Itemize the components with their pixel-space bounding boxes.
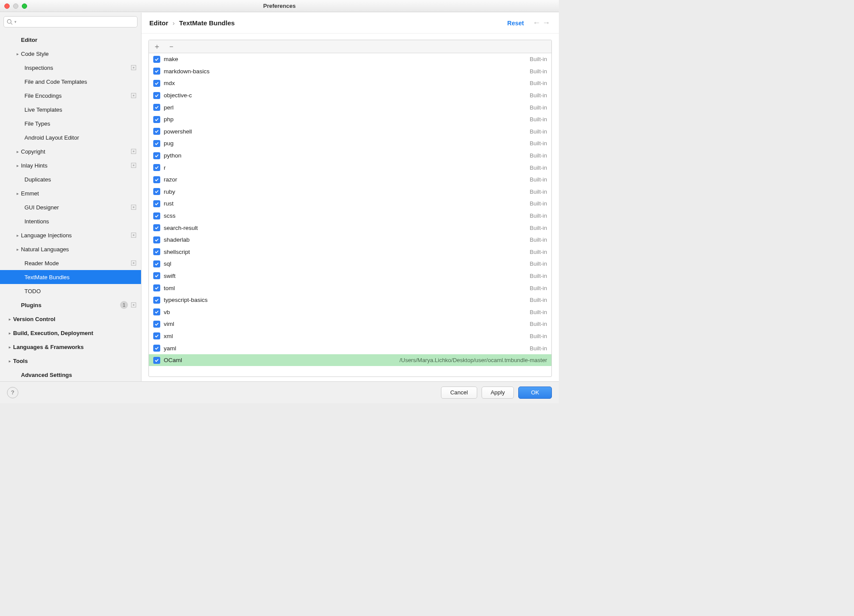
bundle-row[interactable]: search-resultBuilt-in <box>149 222 551 234</box>
bundle-checkbox[interactable] <box>153 224 160 231</box>
forward-icon[interactable]: → <box>541 18 551 27</box>
apply-button[interactable]: Apply <box>482 387 514 399</box>
bundle-checkbox[interactable] <box>153 92 160 99</box>
bundle-checkbox[interactable] <box>153 80 160 87</box>
sidebar-item-code-style[interactable]: ▸ Code Style <box>0 47 141 61</box>
bundle-row[interactable]: objective-cBuilt-in <box>149 89 551 102</box>
sidebar-item-tools[interactable]: ▸ Tools <box>0 354 141 368</box>
bundle-source: Built-in <box>530 236 547 243</box>
bundle-checkbox[interactable] <box>153 284 160 291</box>
bundle-row[interactable]: rubyBuilt-in <box>149 186 551 198</box>
add-bundle-button[interactable]: ＋ <box>153 43 161 50</box>
bundle-checkbox[interactable] <box>153 321 160 328</box>
bundle-checkbox[interactable] <box>153 297 160 304</box>
bundle-row[interactable]: rBuilt-in <box>149 161 551 174</box>
sidebar-item-label: Version Control <box>13 316 137 322</box>
sidebar-item-label: Inspections <box>24 65 131 71</box>
reset-button[interactable]: Reset <box>507 20 524 27</box>
sidebar-item-file-code-templates[interactable]: File and Code Templates <box>0 75 141 89</box>
bundle-row[interactable]: vbBuilt-in <box>149 306 551 318</box>
bundle-row[interactable]: markdown-basicsBuilt-in <box>149 65 551 78</box>
bundle-row[interactable]: phpBuilt-in <box>149 113 551 126</box>
bundle-checkbox[interactable] <box>153 212 160 219</box>
ok-button[interactable]: OK <box>518 387 552 399</box>
back-icon[interactable]: ← <box>532 18 541 27</box>
sidebar-item-natural-languages[interactable]: ▸ Natural Languages <box>0 242 141 256</box>
cancel-button[interactable]: Cancel <box>441 387 477 399</box>
bundle-checkbox[interactable] <box>153 164 160 171</box>
sidebar-item-live-templates[interactable]: Live Templates <box>0 103 141 116</box>
sidebar-item-gui-designer[interactable]: GUI Designer <box>0 200 141 214</box>
bundle-row[interactable]: perlBuilt-in <box>149 101 551 113</box>
bundle-row[interactable]: rustBuilt-in <box>149 198 551 210</box>
bundle-checkbox[interactable] <box>153 272 160 279</box>
bundle-checkbox[interactable] <box>153 176 160 183</box>
sidebar-item-inspections[interactable]: Inspections <box>0 61 141 75</box>
sidebar-item-copyright[interactable]: ▸ Copyright <box>0 144 141 158</box>
sidebar-item-languages-frameworks[interactable]: ▸ Languages & Frameworks <box>0 340 141 354</box>
bundle-row[interactable]: OCaml/Users/Marya.Lichko/Desktop/user/oc… <box>149 354 551 366</box>
sidebar-item-editor[interactable]: Editor <box>0 33 141 47</box>
bundles-list[interactable]: makeBuilt-inmarkdown-basicsBuilt-inmdxBu… <box>149 53 551 376</box>
bundle-row[interactable]: xmlBuilt-in <box>149 330 551 342</box>
bundle-row[interactable]: pythonBuilt-in <box>149 150 551 162</box>
sidebar-item-plugins[interactable]: Plugins 1 <box>0 298 141 312</box>
bundle-row[interactable]: pugBuilt-in <box>149 137 551 150</box>
remove-bundle-button[interactable]: － <box>168 43 175 50</box>
sidebar-item-file-types[interactable]: File Types <box>0 116 141 130</box>
bundle-row[interactable]: vimlBuilt-in <box>149 318 551 330</box>
search-input[interactable]: ▾ <box>3 16 138 27</box>
bundle-row[interactable]: makeBuilt-in <box>149 53 551 65</box>
bundle-checkbox[interactable] <box>153 248 160 255</box>
breadcrumb-root[interactable]: Editor <box>149 19 168 27</box>
bundle-name: sql <box>164 260 526 267</box>
bundle-checkbox[interactable] <box>153 104 160 111</box>
sidebar-item-label: TODO <box>24 288 137 294</box>
bundle-row[interactable]: scssBuilt-in <box>149 210 551 222</box>
main-header: Editor › TextMate Bundles Reset ← → <box>141 13 559 34</box>
bundle-checkbox[interactable] <box>153 152 160 159</box>
bundle-row[interactable]: tomlBuilt-in <box>149 282 551 294</box>
sidebar-item-file-encodings[interactable]: File Encodings <box>0 89 141 103</box>
search-field[interactable] <box>18 19 134 25</box>
bundle-checkbox[interactable] <box>153 308 160 315</box>
sidebar-item-intentions[interactable]: Intentions <box>0 214 141 228</box>
bundle-row[interactable]: mdxBuilt-in <box>149 77 551 89</box>
sidebar-item-textmate-bundles[interactable]: TextMate Bundles <box>0 270 141 284</box>
sidebar-item-build[interactable]: ▸ Build, Execution, Deployment <box>0 326 141 340</box>
bundle-checkbox[interactable] <box>153 188 160 195</box>
bundle-checkbox[interactable] <box>153 260 160 267</box>
bundle-row[interactable]: typescript-basicsBuilt-in <box>149 294 551 306</box>
bundle-row[interactable]: sqlBuilt-in <box>149 258 551 270</box>
bundle-name: ruby <box>164 188 526 195</box>
bundle-checkbox[interactable] <box>153 236 160 243</box>
bundle-row[interactable]: swiftBuilt-in <box>149 270 551 282</box>
bundle-row[interactable]: shellscriptBuilt-in <box>149 246 551 258</box>
bundle-checkbox[interactable] <box>153 68 160 75</box>
sidebar-item-reader-mode[interactable]: Reader Mode <box>0 256 141 270</box>
bundle-row[interactable]: yamlBuilt-in <box>149 342 551 354</box>
bundle-row[interactable]: powershellBuilt-in <box>149 126 551 138</box>
bundle-row[interactable]: razorBuilt-in <box>149 174 551 186</box>
sidebar-item-inlay-hints[interactable]: ▸ Inlay Hints <box>0 158 141 172</box>
bundle-source: Built-in <box>530 176 547 183</box>
sidebar-item-language-injections[interactable]: ▸ Language Injections <box>0 228 141 242</box>
bundle-checkbox[interactable] <box>153 332 160 339</box>
bundle-checkbox[interactable] <box>153 56 160 63</box>
bundle-checkbox[interactable] <box>153 357 160 364</box>
sidebar-item-android-layout[interactable]: Android Layout Editor <box>0 130 141 144</box>
bundle-checkbox[interactable] <box>153 128 160 135</box>
bundle-checkbox[interactable] <box>153 345 160 352</box>
bundle-checkbox[interactable] <box>153 200 160 207</box>
sidebar-item-advanced-settings[interactable]: Advanced Settings <box>0 368 141 381</box>
bundle-name: perl <box>164 104 526 111</box>
help-button[interactable]: ? <box>7 387 18 398</box>
sidebar-item-todo[interactable]: TODO <box>0 284 141 298</box>
sidebar-item-duplicates[interactable]: Duplicates <box>0 172 141 186</box>
bundle-checkbox[interactable] <box>153 140 160 147</box>
sidebar-item-label: Reader Mode <box>24 260 131 267</box>
sidebar-item-version-control[interactable]: ▸ Version Control <box>0 312 141 326</box>
sidebar-item-emmet[interactable]: ▸ Emmet <box>0 186 141 200</box>
bundle-row[interactable]: shaderlabBuilt-in <box>149 234 551 246</box>
bundle-checkbox[interactable] <box>153 116 160 123</box>
